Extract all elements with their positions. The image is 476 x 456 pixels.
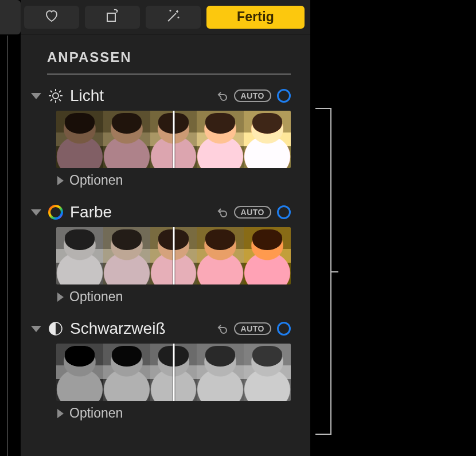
bw-slider-marker[interactable]	[173, 344, 174, 401]
light-slider[interactable]	[56, 111, 291, 168]
light-thumb-2	[103, 111, 150, 168]
group-header-light[interactable]: Licht AUTO	[31, 87, 291, 105]
chevron-down-icon	[31, 93, 41, 99]
undo-icon[interactable]	[216, 322, 228, 335]
group-header-bw[interactable]: Schwarzweiß AUTO	[31, 319, 291, 338]
light-thumb-5	[244, 111, 291, 168]
bw-thumb-4	[197, 344, 244, 401]
options-label-light: Optionen	[69, 173, 123, 188]
light-thumb-4	[197, 111, 244, 168]
favorite-button[interactable]	[24, 6, 79, 29]
section-title: ANPASSEN	[21, 34, 310, 71]
status-ring-light[interactable]	[277, 89, 291, 103]
chevron-right-icon	[57, 409, 64, 418]
auto-button-color[interactable]: AUTO	[234, 206, 271, 219]
color-slider-marker[interactable]	[173, 227, 174, 284]
section-title-underline	[47, 73, 291, 75]
color-slider[interactable]	[56, 227, 291, 284]
chevron-right-icon	[57, 293, 64, 302]
options-label-bw: Optionen	[69, 406, 123, 421]
group-label-color: Farbe	[70, 203, 210, 221]
crop-rotate-button[interactable]	[85, 6, 140, 29]
bw-slider[interactable]	[56, 344, 291, 401]
status-ring-bw[interactable]	[277, 322, 291, 336]
color-thumb-1	[56, 227, 103, 284]
toolbar: Fertig	[21, 0, 310, 34]
group-color: Farbe AUTO Optionen	[21, 200, 310, 316]
auto-button-light[interactable]: AUTO	[234, 89, 271, 102]
light-slider-marker[interactable]	[173, 111, 174, 168]
toolbar-prev-segment	[0, 0, 21, 34]
color-thumb-5	[244, 227, 291, 284]
color-thumb-4	[197, 227, 244, 284]
group-light: Licht AUTO Optionen	[21, 83, 310, 200]
heart-icon	[44, 9, 60, 25]
svg-rect-0	[107, 13, 115, 21]
svg-point-2	[49, 206, 62, 219]
magic-wand-icon	[165, 9, 182, 25]
undo-icon[interactable]	[216, 206, 228, 219]
magic-wand-button[interactable]	[146, 6, 201, 29]
group-label-light: Licht	[70, 87, 210, 105]
group-bw: Schwarzweiß AUTO Optionen	[21, 316, 310, 432]
callout-bracket	[314, 108, 331, 435]
auto-button-bw[interactable]: AUTO	[234, 322, 271, 335]
bw-thumb-1	[56, 344, 103, 401]
options-toggle-bw[interactable]: Optionen	[57, 406, 291, 421]
chevron-down-icon	[31, 209, 41, 216]
color-thumb-2	[103, 227, 150, 284]
options-toggle-color[interactable]: Optionen	[57, 289, 291, 305]
options-label-color: Optionen	[69, 289, 123, 305]
light-thumb-1	[56, 111, 103, 168]
callout-leader	[330, 271, 338, 272]
chevron-down-icon	[31, 326, 41, 332]
options-toggle-light[interactable]: Optionen	[57, 173, 291, 188]
color-icon	[47, 204, 64, 221]
done-button[interactable]: Fertig	[206, 6, 305, 29]
left-divider	[7, 36, 8, 456]
crop-icon	[104, 9, 121, 25]
bw-thumb-5	[244, 344, 291, 401]
chevron-right-icon	[57, 176, 64, 185]
svg-point-1	[53, 93, 58, 99]
bw-thumb-2	[103, 344, 150, 401]
status-ring-color[interactable]	[277, 205, 291, 219]
light-icon	[47, 87, 64, 104]
group-header-color[interactable]: Farbe AUTO	[31, 203, 291, 221]
bw-icon	[47, 320, 64, 337]
adjust-panel: Fertig ANPASSEN Licht AUTO	[21, 0, 311, 456]
undo-icon[interactable]	[216, 89, 228, 102]
group-label-bw: Schwarzweiß	[70, 319, 210, 338]
